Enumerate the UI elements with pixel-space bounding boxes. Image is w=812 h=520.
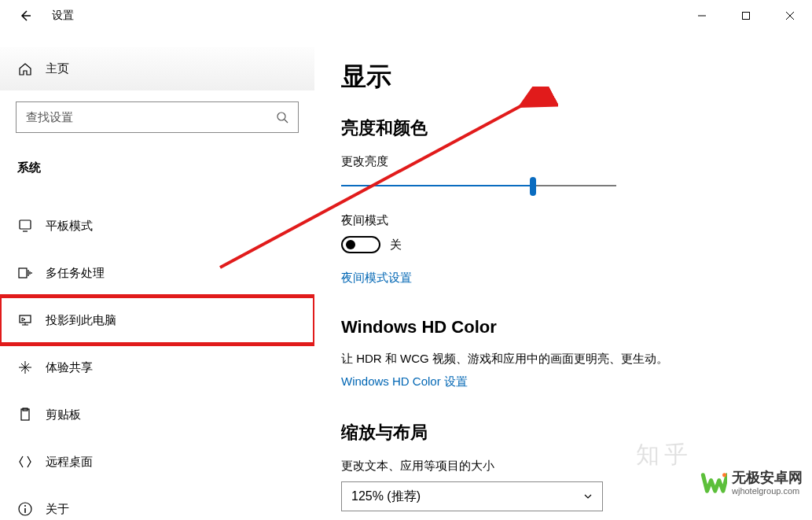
brightness-section-title: 亮度和颜色 (341, 116, 785, 140)
night-mode-label: 夜间模式 (341, 213, 785, 228)
scale-section-title: 缩放与布局 (341, 421, 785, 444)
window-title: 设置 (52, 9, 74, 23)
scale-label: 更改文本、应用等项目的大小 (341, 459, 785, 474)
night-mode-toggle[interactable] (341, 236, 380, 253)
close-icon (785, 11, 795, 20)
scale-dropdown[interactable]: 125% (推荐) (341, 481, 603, 511)
svg-rect-3 (19, 268, 27, 278)
sidebar-item-tablet[interactable]: 平板模式 (0, 202, 314, 249)
home-nav[interactable]: 主页 (0, 47, 314, 90)
sidebar-item-project[interactable]: 投影到此电脑 (0, 297, 314, 344)
sidebar-item-label: 关于 (46, 502, 69, 517)
scale-dropdown-value: 125% (推荐) (351, 489, 421, 505)
slider-thumb[interactable] (530, 177, 536, 196)
svg-rect-0 (743, 13, 750, 20)
titlebar: 设置 (0, 0, 812, 31)
brightness-slider[interactable] (341, 177, 616, 196)
home-icon (17, 61, 42, 77)
svg-point-1 (277, 112, 285, 120)
search-placeholder: 查找设置 (26, 110, 276, 125)
multitask-icon (17, 265, 42, 281)
night-mode-settings-link[interactable]: 夜间模式设置 (341, 271, 412, 286)
search-icon (276, 111, 288, 124)
brightness-label: 更改亮度 (341, 154, 785, 169)
sidebar-item-shared[interactable]: 体验共享 (0, 344, 314, 391)
clipboard-icon (17, 407, 42, 422)
minimize-icon (697, 11, 707, 20)
sidebar-item-label: 多任务处理 (46, 266, 105, 281)
home-label: 主页 (46, 61, 69, 76)
slider-track-inactive (533, 185, 616, 186)
tablet-icon (17, 218, 42, 234)
chevron-down-icon (583, 492, 593, 501)
sidebar-item-about[interactable]: 关于 (0, 485, 314, 520)
hd-color-title: Windows HD Color (341, 317, 785, 337)
sidebar-item-label: 投影到此电脑 (46, 313, 116, 328)
maximize-button[interactable] (724, 0, 768, 31)
sidebar-section-label: 系统 (0, 133, 314, 186)
window-controls (680, 0, 812, 31)
hd-color-settings-link[interactable]: Windows HD Color 设置 (341, 374, 468, 389)
back-button[interactable] (14, 5, 36, 27)
hd-color-description: 让 HDR 和 WCG 视频、游戏和应用中的画面更明亮、更生动。 (341, 352, 785, 367)
page-title: 显示 (341, 60, 785, 94)
project-icon (17, 312, 42, 328)
svg-point-8 (24, 505, 26, 507)
back-arrow-icon (18, 9, 32, 23)
about-icon (17, 501, 42, 517)
sidebar-item-label: 体验共享 (46, 360, 93, 375)
sidebar-item-label: 平板模式 (46, 219, 93, 234)
sidebar-item-multitask[interactable]: 多任务处理 (0, 249, 314, 297)
night-mode-state: 关 (390, 238, 402, 253)
content-area: 显示 亮度和颜色 更改亮度 夜间模式 关 夜间模式设置 Windows HD C… (314, 31, 812, 520)
shared-experience-icon (17, 360, 42, 375)
search-input[interactable]: 查找设置 (16, 101, 299, 133)
sidebar-item-label: 远程桌面 (46, 455, 93, 470)
sidebar-item-clipboard[interactable]: 剪贴板 (0, 391, 314, 438)
sidebar-item-remote[interactable]: 远程桌面 (0, 438, 314, 485)
toggle-knob (346, 240, 355, 249)
maximize-icon (741, 11, 751, 20)
minimize-button[interactable] (680, 0, 724, 31)
close-button[interactable] (768, 0, 812, 31)
sidebar: 主页 查找设置 系统 平板模式 多任务处理 (0, 31, 314, 520)
slider-track-active (341, 185, 533, 186)
svg-rect-2 (20, 220, 31, 229)
remote-desktop-icon (17, 454, 42, 470)
sidebar-item-label: 剪贴板 (46, 408, 81, 422)
